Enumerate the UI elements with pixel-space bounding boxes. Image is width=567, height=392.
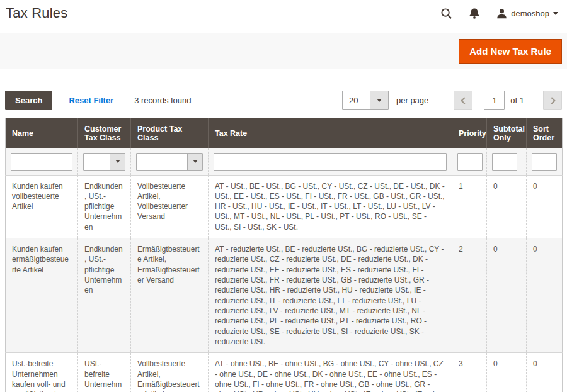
cell-subtotal-only: 0 — [487, 353, 527, 392]
page-number-input[interactable] — [484, 91, 505, 110]
cell-sort-order: 0 — [527, 353, 563, 392]
caret-down-icon — [370, 91, 388, 109]
bell-icon[interactable] — [469, 8, 480, 20]
grid-toolbar: Search Reset Filter 3 records found 20 p… — [5, 91, 562, 110]
search-button[interactable]: Search — [5, 91, 52, 110]
sort-order-filter-input[interactable] — [532, 153, 557, 171]
cell-product-tax-class: Vollbesteuerte Artikel, Ermäßigtbesteuer… — [131, 353, 209, 392]
per-page-select[interactable]: 20 — [342, 91, 389, 110]
add-new-tax-rule-button[interactable]: Add New Tax Rule — [459, 39, 562, 64]
reset-filter-link[interactable]: Reset Filter — [69, 96, 113, 105]
caret-down-icon — [187, 154, 202, 170]
cell-priority: 1 — [452, 175, 487, 238]
cell-priority: 3 — [452, 353, 487, 392]
tax-rate-filter-input[interactable] — [214, 153, 447, 171]
caret-down-icon — [110, 154, 125, 170]
search-icon[interactable] — [440, 8, 452, 20]
cell-tax-rate: AT - reduzierte USt., BE - reduzierte US… — [209, 238, 452, 353]
column-header-tax-rate[interactable]: Tax Rate — [209, 118, 452, 148]
table-row[interactable]: Ust.-befreite Unternehmen kaufen voll- u… — [6, 353, 563, 392]
grid-toolbar-left: Search Reset Filter 3 records found — [5, 91, 192, 110]
table-row[interactable]: Kunden kaufen vollbesteuerte ArtikelEndk… — [6, 175, 563, 238]
cell-sort-order: 0 — [527, 175, 563, 238]
table-body: Kunden kaufen vollbesteuerte ArtikelEndk… — [6, 175, 563, 392]
table-header-row: Name Customer Tax Class Product Tax Clas… — [6, 118, 563, 148]
user-name: demoshop — [511, 9, 549, 18]
header-actions: demoshop — [440, 4, 561, 20]
column-header-name[interactable]: Name — [6, 118, 78, 148]
previous-page-button[interactable] — [454, 91, 472, 110]
cell-customer-tax-class: USt.-befreite Unternehmen — [78, 353, 131, 392]
cell-subtotal-only: 0 — [487, 238, 527, 353]
page-title: Tax Rules — [6, 4, 67, 21]
chevron-right-icon — [548, 97, 555, 104]
cell-subtotal-only: 0 — [487, 175, 527, 238]
records-found-text: 3 records found — [134, 96, 191, 105]
page-of-label: of 1 — [510, 96, 524, 105]
subtotal-only-filter-input[interactable] — [492, 153, 517, 171]
product-tax-class-filter-select[interactable] — [136, 153, 203, 171]
grid-toolbar-right: 20 per page of 1 — [342, 91, 562, 110]
user-icon — [496, 8, 507, 19]
cell-product-tax-class: Ermäßigtbesteuerte Artikel, Ermäßigtbest… — [131, 238, 209, 353]
cell-priority: 2 — [452, 238, 487, 353]
cell-sort-order: 0 — [527, 238, 563, 353]
cell-tax-rate: AT - ohne USt., BE - ohne USt., BG - ohn… — [209, 353, 452, 392]
per-page-value: 20 — [343, 91, 370, 109]
column-header-subtotal-only[interactable]: Subtotal Only — [487, 118, 527, 148]
cell-name: Kunden kaufen ermäßigtbesteuerte Artikel — [6, 238, 78, 353]
cell-name: Ust.-befreite Unternehmen kaufen voll- u… — [6, 353, 78, 392]
name-filter-input[interactable] — [11, 153, 72, 171]
cell-product-tax-class: Vollbesteuerte Artikel, Vollbesteuerter … — [131, 175, 209, 238]
table-row[interactable]: Kunden kaufen ermäßigtbesteuerte Artikel… — [6, 238, 563, 353]
cell-customer-tax-class: Endkunden, USt.-pflichtige Unternehmen — [78, 175, 131, 238]
column-header-product-tax-class[interactable]: Product Tax Class — [131, 118, 209, 148]
cell-name: Kunden kaufen vollbesteuerte Artikel — [6, 175, 78, 238]
column-header-priority[interactable]: Priority — [452, 118, 487, 148]
page-actions-band: Add New Tax Rule — [0, 33, 567, 69]
priority-filter-input[interactable] — [457, 153, 483, 171]
cell-tax-rate: AT - USt., BE - USt., BG - USt., CY - US… — [209, 175, 452, 238]
column-header-customer-tax-class[interactable]: Customer Tax Class — [78, 118, 131, 148]
filter-row — [6, 148, 563, 176]
caret-down-icon — [553, 12, 558, 15]
user-menu[interactable]: demoshop — [496, 8, 558, 19]
customer-tax-class-filter-select[interactable] — [83, 153, 125, 171]
tax-rules-grid: Name Customer Tax Class Product Tax Clas… — [5, 118, 562, 392]
per-page-label: per page — [396, 96, 428, 105]
chevron-left-icon — [461, 97, 467, 104]
cell-customer-tax-class: Endkunden, USt.-pflichtige Unternehmen — [78, 238, 131, 353]
page-header: Tax Rules demoshop — [0, 0, 567, 33]
next-page-button[interactable] — [543, 91, 562, 110]
column-header-sort-order[interactable]: Sort Order — [527, 118, 563, 148]
